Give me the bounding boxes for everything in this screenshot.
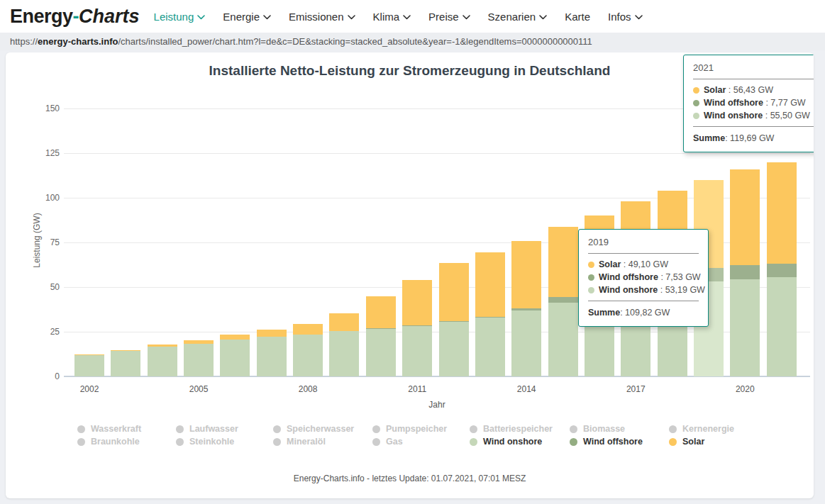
legend-item-laufwasser[interactable]: Laufwasser — [176, 422, 238, 435]
bar-2009-wind-onshore[interactable] — [329, 331, 359, 376]
page-url: https://energy-charts.info/charts/instal… — [10, 36, 592, 47]
legend-item-wasserkraft[interactable]: Wasserkraft — [77, 422, 141, 435]
bar-2010-wind-onshore[interactable] — [366, 328, 396, 376]
legend-dot-icon — [77, 425, 85, 433]
bar-2012-wind-offshore[interactable] — [439, 321, 469, 322]
solar-dot-icon — [588, 262, 594, 268]
bar-2011-wind-onshore[interactable] — [402, 325, 432, 376]
nav-item-emissionen[interactable]: Emissionen — [289, 11, 355, 23]
nav-item-szenarien[interactable]: Szenarien — [488, 11, 548, 23]
bar-2020-wind-offshore[interactable] — [730, 265, 760, 279]
bar-2013-solar[interactable] — [475, 252, 505, 318]
x-tick-label: 2017 — [613, 384, 658, 394]
bar-2003-wind-onshore[interactable] — [111, 351, 140, 376]
bar-2009-solar[interactable] — [329, 313, 359, 331]
legend-dot-icon — [470, 425, 477, 433]
bar-2014-wind-onshore[interactable] — [511, 310, 541, 376]
nav-item-leistung[interactable]: Leistung — [154, 11, 206, 23]
bar-2002-solar[interactable] — [74, 354, 104, 355]
nav-item-energie[interactable]: Energie — [223, 11, 271, 23]
legend-item-biomasse[interactable]: Biomasse — [570, 422, 625, 435]
chevron-down-icon — [463, 15, 470, 20]
bar-2021-wind-offshore[interactable] — [767, 264, 797, 278]
site-logo[interactable]: Energy-Charts — [10, 6, 140, 28]
bar-2012-wind-onshore[interactable] — [439, 322, 469, 376]
chevron-down-icon — [197, 15, 205, 20]
bar-2015-solar[interactable] — [548, 227, 578, 297]
tooltip-row: Solar : 49,10 GW — [588, 259, 699, 269]
logo-text-energy: Energy — [10, 6, 73, 27]
nav-item-preise[interactable]: Preise — [428, 11, 470, 23]
legend-item-steinkohle[interactable]: Steinkohle — [176, 435, 234, 448]
y-tick-label: 25 — [7, 327, 60, 337]
bar-2007-solar[interactable] — [257, 330, 287, 337]
wind-onshore-dot-icon — [588, 287, 594, 293]
bar-2004-wind-onshore[interactable] — [148, 347, 177, 376]
bar-2006-solar[interactable] — [220, 335, 250, 340]
legend-item-speicherwasser[interactable]: Speicherwasser — [273, 422, 354, 435]
bar-2021-wind-onshore[interactable] — [767, 277, 797, 376]
nav-item-karte[interactable]: Karte — [565, 11, 590, 23]
legend-item-label: Mineralöl — [287, 437, 326, 447]
bar-2003-solar[interactable] — [111, 350, 140, 351]
legend-item-kernenergie[interactable]: Kernenergie — [669, 422, 734, 435]
bar-2002-wind-onshore[interactable] — [74, 355, 104, 376]
nav-item-klima[interactable]: Klima — [373, 11, 411, 23]
legend-item-solar[interactable]: Solar — [669, 435, 704, 448]
bar-2005-solar[interactable] — [184, 340, 214, 344]
nav-item-label: Preise — [428, 11, 459, 23]
header: Energy-Charts Leistung Energie Emissione… — [0, 0, 825, 33]
bar-2013-wind-onshore[interactable] — [475, 318, 505, 376]
bar-2013-wind-offshore[interactable] — [475, 317, 505, 318]
legend-item-wind-onshore[interactable]: Wind onshore — [470, 435, 542, 448]
bar-2011-solar[interactable] — [402, 280, 432, 325]
bar-2012-solar[interactable] — [439, 263, 469, 321]
bar-2008-solar[interactable] — [293, 324, 323, 335]
tooltip-row: Wind offshore : 7,77 GW — [693, 98, 814, 108]
bar-2011-wind-offshore[interactable] — [402, 325, 432, 326]
legend-item-pumpspeicher[interactable]: Pumpspeicher — [372, 422, 447, 435]
x-tick-label: 2002 — [67, 384, 112, 394]
nav-item-label: Szenarien — [488, 11, 536, 23]
tooltip-divider — [693, 79, 814, 79]
legend-item-label: Speicherwasser — [287, 424, 354, 434]
nav-item-label: Karte — [565, 11, 590, 23]
bar-2020-solar[interactable] — [730, 169, 760, 265]
legend-item-braunkohle[interactable]: Braunkohle — [77, 435, 140, 448]
legend-item-gas[interactable]: Gas — [372, 435, 403, 448]
bar-2015-wind-offshore[interactable] — [548, 297, 578, 303]
tooltip-divider — [588, 253, 699, 254]
tooltip-row: Wind onshore : 55,50 GW — [693, 111, 814, 121]
bar-2006-wind-onshore[interactable] — [220, 340, 250, 376]
bar-2020-wind-onshore[interactable] — [730, 279, 760, 376]
chevron-down-icon — [539, 15, 547, 20]
x-tick-label: 2011 — [394, 384, 440, 394]
bar-2015-wind-onshore[interactable] — [548, 303, 578, 376]
nav-item-infos[interactable]: Infos — [608, 11, 643, 23]
bar-2008-wind-onshore[interactable] — [293, 335, 323, 376]
legend-dot-icon — [273, 425, 281, 433]
tooltip-divider — [588, 301, 699, 301]
x-tick-label: 2008 — [285, 384, 331, 394]
url-bar[interactable]: https://energy-charts.info/charts/instal… — [0, 33, 825, 50]
legend-dot-icon — [176, 438, 184, 446]
bar-2004-solar[interactable] — [148, 345, 177, 347]
tooltip-row-text: Wind offshore : 7,77 GW — [704, 98, 806, 108]
bar-2005-wind-onshore[interactable] — [184, 344, 214, 376]
wind-offshore-dot-icon — [693, 100, 699, 106]
y-tick-label: 150 — [7, 103, 60, 113]
bar-2014-wind-offshore[interactable] — [511, 308, 541, 310]
legend-item-mineral-l[interactable]: Mineralöl — [273, 435, 326, 448]
bar-2021-solar[interactable] — [767, 162, 797, 263]
url-domain: energy-charts.info — [38, 36, 118, 47]
bar-2010-solar[interactable] — [366, 296, 396, 327]
legend-item-wind-offshore[interactable]: Wind offshore — [570, 435, 643, 448]
legend-item-label: Pumpspeicher — [386, 424, 447, 434]
bar-2007-wind-onshore[interactable] — [257, 337, 287, 376]
legend-item-label: Wasserkraft — [91, 424, 141, 434]
wind-offshore-dot-icon — [588, 274, 594, 281]
legend-item-batteriespeicher[interactable]: Batteriespeicher — [470, 422, 553, 435]
bar-2014-solar[interactable] — [511, 241, 541, 309]
nav-item-label: Infos — [608, 11, 631, 23]
chevron-down-icon — [263, 15, 271, 20]
